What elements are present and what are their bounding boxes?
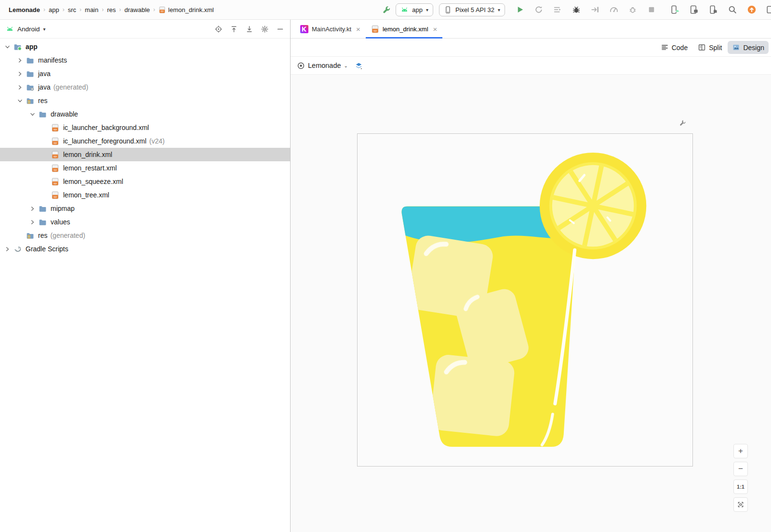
chevron-down-icon: ⌄ — [344, 63, 348, 68]
device-file-explorer-icon[interactable] — [707, 3, 719, 16]
breadcrumb-item-main[interactable]: main — [84, 5, 99, 14]
tree-item-label: lemon_restart.xml — [63, 164, 117, 172]
collapse-all-icon[interactable] — [244, 24, 254, 34]
zoom-fit-button[interactable] — [733, 497, 748, 512]
lemon-slice — [540, 153, 646, 259]
close-tab-icon[interactable]: × — [356, 26, 360, 33]
tree-item-gradle-scripts[interactable]: Gradle Scripts — [0, 242, 290, 256]
design-config-title[interactable]: Lemonade — [308, 62, 341, 69]
render-tools-icon[interactable] — [678, 119, 687, 128]
tree-item-lemon-restart-xml[interactable]: <>lemon_restart.xml — [0, 161, 290, 175]
tree-item-ic-launcher-foreground-xml-v24[interactable]: <>ic_launcher_foreground.xml(v24) — [0, 134, 290, 148]
drawable-preview[interactable] — [357, 133, 693, 467]
zoom-actual-button[interactable]: 1:1 — [733, 480, 748, 494]
tree-item-java-generated[interactable]: java(generated) — [0, 80, 290, 94]
stop-square-icon[interactable] — [645, 3, 658, 16]
debug-bug-icon[interactable] — [570, 3, 583, 16]
settings-gear-icon[interactable] — [259, 24, 270, 34]
chevron-right-icon[interactable] — [28, 218, 37, 227]
zoom-out-button[interactable]: − — [733, 462, 748, 476]
chevron-right-icon[interactable] — [15, 83, 25, 92]
folder-icon — [26, 69, 35, 78]
chevron-down-icon[interactable] — [3, 42, 12, 52]
tree-item-label: manifests — [38, 56, 67, 64]
close-tab-icon[interactable]: × — [433, 26, 438, 33]
breadcrumb-item-src[interactable]: src — [67, 5, 77, 14]
device-select[interactable]: Pixel 5 API 32 ▾ — [439, 3, 505, 16]
tree-item-res-generated[interactable]: res(generated) — [0, 229, 290, 242]
preview-config-icon[interactable] — [297, 62, 305, 70]
tree-item-app[interactable]: app — [0, 40, 290, 53]
apply-changes-icon[interactable] — [532, 3, 545, 16]
breadcrumb-separator-icon: › — [153, 6, 155, 13]
search-icon[interactable] — [726, 3, 739, 16]
tree-item-java[interactable]: java — [0, 67, 290, 80]
build-icon[interactable] — [380, 3, 393, 16]
tree-item-ic-launcher-background-xml[interactable]: <>ic_launcher_background.xml — [0, 121, 290, 134]
chevron-right-icon[interactable] — [15, 56, 25, 65]
run-play-icon[interactable] — [514, 3, 526, 16]
svg-text:<>: <> — [53, 182, 57, 185]
code-mode-icon — [661, 43, 669, 52]
chevron-right-icon[interactable] — [3, 245, 12, 254]
tree-item-mipmap[interactable]: mipmap — [0, 202, 290, 215]
breadcrumb-separator-icon: › — [63, 6, 65, 13]
select-opened-file-icon[interactable] — [213, 24, 224, 34]
profiler-gauge-icon[interactable] — [608, 3, 620, 16]
tree-item-drawable[interactable]: drawable — [0, 107, 290, 121]
svg-text:<>: <> — [53, 128, 57, 131]
apply-code-changes-icon[interactable] — [551, 3, 564, 16]
breadcrumb: Lemonade›app›src›main›res›drawable›<>lem… — [8, 5, 215, 14]
chevron-down-icon: ▾ — [498, 7, 500, 13]
chevron-placeholder — [40, 123, 50, 132]
breadcrumb-item-app[interactable]: app — [48, 5, 60, 14]
chevron-placeholder — [40, 191, 50, 200]
breadcrumb-item-res[interactable]: res — [106, 5, 117, 14]
project-view-title: Android — [17, 26, 40, 33]
svg-text:<>: <> — [53, 169, 57, 171]
breadcrumb-item-drawable[interactable]: drawable — [123, 5, 151, 14]
split-mode-icon — [698, 43, 706, 52]
breadcrumb-item-lemon-drink-xml[interactable]: <>lemon_drink.xml — [158, 5, 215, 14]
android-head-icon — [6, 25, 14, 33]
ide-update-icon[interactable] — [745, 3, 758, 16]
gradle-icon — [13, 245, 22, 254]
window-panel-icon[interactable] — [765, 3, 771, 16]
zoom-controls: +−1:1 — [733, 444, 748, 512]
mode-label: Split — [709, 44, 722, 52]
tree-item-values[interactable]: values — [0, 215, 290, 229]
tree-item-lemon-squeeze-xml[interactable]: <>lemon_squeeze.xml — [0, 175, 290, 188]
mode-split-button[interactable]: Split — [693, 41, 726, 54]
design-surface-icon[interactable] — [355, 62, 363, 70]
breadcrumb-item-lemonade[interactable]: Lemonade — [8, 5, 41, 14]
tree-item-label: drawable — [51, 110, 78, 118]
profile-debuggable-icon[interactable] — [626, 3, 639, 16]
tree-item-lemon-tree-xml[interactable]: <>lemon_tree.xml — [0, 188, 290, 202]
tree-item-res[interactable]: res — [0, 94, 290, 107]
design-mode-icon — [732, 43, 740, 52]
svg-text:<>: <> — [53, 155, 57, 158]
chevron-down-icon[interactable] — [15, 96, 25, 105]
mode-code-button[interactable]: Code — [656, 41, 692, 54]
mode-design-button[interactable]: Design — [728, 41, 769, 54]
design-canvas[interactable]: +−1:1 — [291, 75, 771, 532]
run-config-select[interactable]: app ▾ — [396, 3, 433, 16]
xml-file-icon: <> — [371, 25, 379, 33]
tab-mainactivity-kt[interactable]: MainActivity.kt× — [295, 20, 366, 38]
expand-all-icon[interactable] — [228, 24, 239, 34]
chevron-down-icon[interactable] — [28, 110, 37, 119]
layout-inspector-icon[interactable] — [688, 3, 700, 16]
tree-item-manifests[interactable]: manifests — [0, 53, 290, 67]
chevron-right-icon[interactable] — [28, 204, 37, 213]
project-view-selector[interactable]: Android ▾ — [6, 25, 46, 33]
tab-lemon-drink-xml[interactable]: <>lemon_drink.xml× — [366, 20, 442, 38]
zoom-in-button[interactable]: + — [733, 444, 748, 458]
chevron-right-icon[interactable] — [15, 69, 25, 78]
svg-text:<>: <> — [53, 195, 57, 198]
tree-item-label: ic_launcher_foreground.xml — [63, 137, 146, 145]
attach-debugger-icon[interactable] — [589, 3, 601, 16]
tree-item-lemon-drink-xml[interactable]: <>lemon_drink.xml — [0, 148, 290, 161]
design-toolbar: Lemonade ⌄ — [291, 57, 771, 75]
device-manager-icon[interactable] — [668, 3, 681, 16]
hide-minus-icon[interactable] — [275, 24, 285, 34]
